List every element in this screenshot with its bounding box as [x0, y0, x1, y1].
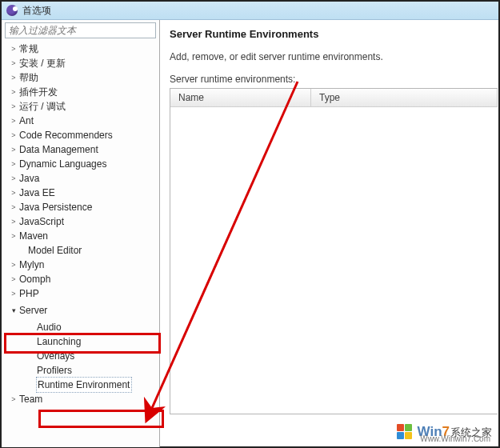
chevron-right-icon[interactable]: >	[9, 272, 18, 286]
tree-label: Oomph	[18, 272, 50, 286]
chevron-right-icon[interactable]: >	[9, 42, 18, 56]
page-description: Add, remove, or edit server runtime envi…	[170, 51, 498, 62]
watermark-url: Www.Winwin7.Com	[420, 434, 490, 443]
tree-item-server-profilers[interactable]: Profilers	[9, 363, 159, 378]
tree-label: Code Recommenders	[18, 128, 113, 142]
table-header: Name Type	[170, 89, 498, 107]
titlebar: 首选项	[2, 2, 498, 20]
tree-item[interactable]: > 插件开发	[9, 85, 159, 99]
tree-label: JavaScript	[18, 214, 64, 229]
tree-item[interactable]: > PHP	[9, 286, 159, 301]
chevron-right-icon[interactable]: >	[9, 229, 18, 243]
tree-label: Profilers	[36, 363, 72, 378]
tree-item[interactable]: > Java EE	[9, 186, 159, 200]
tree-label: 安装 / 更新	[18, 56, 66, 70]
chevron-right-icon[interactable]: >	[9, 214, 18, 229]
tree-item[interactable]: > 常规	[9, 42, 159, 56]
table-caption: Server runtime environments:	[170, 74, 498, 85]
tree-label: Runtime Environment	[36, 377, 132, 393]
chevron-right-icon[interactable]: >	[9, 392, 18, 406]
tree-label: Maven	[18, 229, 48, 243]
tree-item[interactable]: > 安装 / 更新	[9, 56, 159, 70]
chevron-right-icon[interactable]: >	[9, 258, 18, 272]
chevron-right-icon[interactable]: >	[9, 171, 18, 186]
chevron-down-icon[interactable]: ▾	[9, 303, 18, 318]
preferences-sidebar: > 常规 > 安装 / 更新 > 帮助 > 插件开发 > 运行 / 调试	[2, 20, 160, 447]
tree-label: Launching	[36, 334, 81, 349]
tree-item[interactable]: > Code Recommenders	[9, 128, 159, 142]
chevron-right-icon[interactable]: >	[9, 157, 18, 171]
tree-item[interactable]: > Dynamic Languages	[9, 157, 159, 171]
tree-label: Model Editor	[18, 243, 82, 258]
tree-item[interactable]: > JavaScript	[9, 214, 159, 229]
chevron-right-icon[interactable]: >	[9, 56, 18, 70]
tree-label: 插件开发	[18, 85, 58, 99]
tree-label: 常规	[18, 42, 38, 56]
tree-label: Java	[18, 171, 39, 186]
eclipse-icon	[6, 5, 18, 16]
tree-item[interactable]: > Ant	[9, 114, 159, 128]
tree-label: Team	[18, 392, 42, 406]
filter-input[interactable]	[5, 22, 156, 38]
column-type[interactable]: Type	[311, 89, 498, 106]
chevron-right-icon[interactable]: >	[9, 200, 18, 214]
runtime-env-table[interactable]: Name Type	[170, 88, 498, 414]
tree-item[interactable]: > Java	[9, 171, 159, 186]
preferences-tree: > 常规 > 安装 / 更新 > 帮助 > 插件开发 > 运行 / 调试	[4, 40, 159, 447]
chevron-right-icon[interactable]: >	[9, 128, 18, 142]
chevron-right-icon[interactable]: >	[9, 99, 18, 114]
preferences-page: Server Runtime Environments Add, remove,…	[160, 20, 498, 447]
tree-label: PHP	[18, 286, 39, 301]
tree-item-server-runtime-env[interactable]: Runtime Environment	[9, 378, 159, 392]
chevron-right-icon[interactable]: >	[9, 186, 18, 200]
tree-item[interactable]: > Mylyn	[9, 258, 159, 272]
chevron-right-icon[interactable]: >	[9, 286, 18, 301]
tree-item-server-overlays[interactable]: Overlays	[9, 349, 159, 363]
tree-label: Server	[18, 303, 47, 318]
tree-item[interactable]: > Maven	[9, 229, 159, 243]
tree-item[interactable]: Model Editor	[9, 243, 159, 258]
chevron-right-icon[interactable]: >	[9, 114, 18, 128]
tree-item[interactable]: > Data Management	[9, 142, 159, 157]
chevron-right-icon[interactable]: >	[9, 142, 18, 157]
tree-label: Java EE	[18, 186, 55, 200]
tree-label: 运行 / 调试	[18, 99, 66, 114]
tree-item-server-launching[interactable]: Launching	[9, 334, 159, 349]
window-title: 首选项	[22, 4, 51, 18]
tree-item[interactable]: > Team	[9, 392, 159, 406]
tree-item[interactable]: > Java Persistence	[9, 200, 159, 214]
tree-label: Audio	[36, 320, 62, 334]
tree-item-server[interactable]: ▾ Server	[9, 303, 159, 318]
tree-label: Mylyn	[18, 258, 44, 272]
chevron-right-icon[interactable]: >	[9, 85, 18, 99]
tree-label: Data Management	[18, 142, 98, 157]
tree-label: Dynamic Languages	[18, 157, 106, 171]
tree-label: Java Persistence	[18, 200, 92, 214]
tree-item[interactable]: > Oomph	[9, 272, 159, 286]
tree-item[interactable]: > 帮助	[9, 70, 159, 85]
tree-item[interactable]: > 运行 / 调试	[9, 99, 159, 114]
column-name[interactable]: Name	[170, 89, 311, 106]
tree-label: 帮助	[18, 70, 38, 85]
tree-label: Ant	[18, 114, 34, 128]
tree-item-server-audio[interactable]: Audio	[9, 320, 159, 334]
tree-label: Overlays	[36, 349, 74, 363]
page-title: Server Runtime Environments	[170, 28, 498, 40]
chevron-right-icon[interactable]: >	[9, 70, 18, 85]
